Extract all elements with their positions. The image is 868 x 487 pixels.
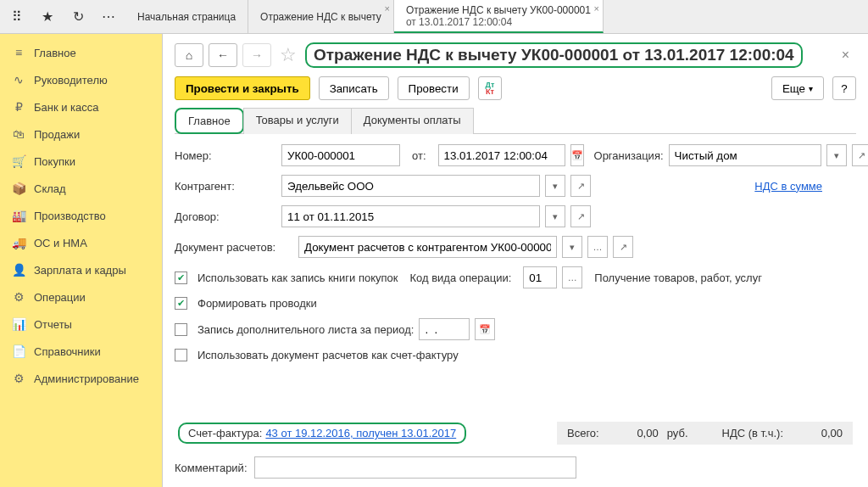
vat-mode-link[interactable]: НДС в сумме: [754, 180, 822, 193]
top-bar: ⠿ ★ ↻ ⋯ Начальная страница Отражение НДС…: [0, 0, 868, 34]
bag-icon: 🛍: [12, 127, 25, 141]
close-button[interactable]: ×: [835, 44, 856, 66]
vat-value: 0,00: [792, 427, 843, 439]
sidebar-label: Справочники: [34, 345, 101, 358]
sidebar-item-main[interactable]: ≡Главное: [0, 39, 162, 66]
tab-label: Начальная страница: [137, 11, 236, 23]
org-label: Организация:: [594, 149, 664, 162]
dtkt-button[interactable]: ДтКт: [478, 76, 503, 100]
close-icon[interactable]: ×: [384, 3, 389, 14]
sidebar-item-bank[interactable]: ₽Банк и касса: [0, 93, 162, 120]
more-icon[interactable]: ⋯: [98, 7, 119, 27]
period-input[interactable]: [419, 318, 470, 340]
make-entries-checkbox[interactable]: [175, 297, 187, 310]
help-button[interactable]: ?: [832, 76, 856, 100]
comment-input[interactable]: [254, 456, 576, 479]
contract-input[interactable]: [281, 205, 540, 227]
sidebar-item-production[interactable]: 🏭Производство: [0, 202, 162, 229]
chart-icon: ∿: [12, 73, 25, 87]
totals-panel: Всего: 0,00 руб. НДС (в т.ч.): 0,00: [557, 422, 853, 445]
number-label: Номер:: [175, 149, 276, 162]
sidebar-item-admin[interactable]: ⚙Администрирование: [0, 365, 162, 392]
sidebar-item-operations[interactable]: ⚙Операции: [0, 283, 162, 311]
invoice-link[interactable]: 43 от 19.12.2016, получен 13.01.2017: [265, 427, 456, 439]
sidebar-item-refs[interactable]: 📄Справочники: [0, 338, 162, 365]
party-input[interactable]: [281, 175, 540, 197]
tab-label: Отражение НДС к вычету УК00-000001: [406, 4, 591, 16]
star-icon[interactable]: ★: [37, 7, 58, 27]
more-button[interactable]: Еще: [771, 76, 824, 100]
factory-icon: 🏭: [12, 209, 25, 222]
calendar-icon[interactable]: 📅: [570, 144, 584, 166]
invoice-row: Счет-фактура: 43 от 19.12.2016, получен …: [175, 417, 856, 450]
apps-icon[interactable]: ⠿: [7, 7, 27, 27]
tab-payments[interactable]: Документы оплаты: [351, 108, 474, 134]
sidebar-label: Руководителю: [34, 74, 108, 87]
open-icon[interactable]: ↗: [613, 236, 633, 258]
home-button[interactable]: ⌂: [175, 43, 203, 67]
doc-label: Документ расчетов:: [175, 241, 293, 254]
total-value: 0,00: [608, 427, 659, 439]
org-input[interactable]: [669, 144, 821, 166]
opcode-label: Код вида операции:: [409, 271, 511, 284]
close-icon[interactable]: ×: [594, 3, 599, 14]
content-area: ⌂ ← → ☆ Отражение НДС к вычету УК00-0000…: [163, 34, 868, 487]
vat-label: НДС (в т.ч.):: [722, 427, 784, 439]
doc-icon: 📄: [12, 344, 25, 358]
ellipsis-icon[interactable]: …: [587, 236, 608, 258]
sidebar-item-hr[interactable]: 👤Зарплата и кадры: [0, 256, 162, 283]
open-icon[interactable]: ↗: [852, 144, 868, 166]
sidebar-item-assets[interactable]: 🚚ОС и НМА: [0, 229, 162, 256]
top-icons: ⠿ ★ ↻ ⋯: [0, 0, 125, 33]
ellipsis-icon[interactable]: …: [562, 266, 582, 288]
forward-button[interactable]: →: [242, 43, 271, 67]
sidebar-item-reports[interactable]: 📊Отчеты: [0, 311, 162, 338]
comment-label: Комментарий:: [175, 462, 248, 474]
calendar-icon[interactable]: 📅: [475, 318, 495, 340]
from-label: от:: [412, 149, 426, 162]
use-as-invoice-checkbox[interactable]: [175, 349, 187, 361]
opcode-desc: Получение товаров, работ, услуг: [594, 271, 762, 284]
dropdown-icon[interactable]: ▾: [826, 144, 847, 166]
dropdown-icon[interactable]: ▾: [545, 205, 565, 227]
tab-vat-list[interactable]: Отражение НДС к вычету ×: [248, 0, 394, 33]
use-book-checkbox[interactable]: [175, 271, 187, 284]
sidebar-item-purchases[interactable]: 🛒Покупки: [0, 148, 162, 175]
addsheet-checkbox[interactable]: [175, 323, 187, 336]
sidebar: ≡Главное ∿Руководителю ₽Банк и касса 🛍Пр…: [0, 34, 163, 487]
opcode-input[interactable]: [523, 266, 557, 288]
chart-bar-icon: 📊: [12, 317, 25, 331]
post-button[interactable]: Провести: [398, 76, 470, 100]
box-icon: 📦: [12, 182, 25, 195]
invoice-label: Счет-фактура:: [188, 427, 262, 439]
truck-icon: 🚚: [12, 236, 25, 249]
use-as-invoice-label: Использовать документ расчетов как счет-…: [198, 349, 459, 361]
sidebar-label: Продажи: [34, 128, 80, 141]
sidebar-item-warehouse[interactable]: 📦Склад: [0, 175, 162, 202]
tab-goods[interactable]: Товары и услуги: [243, 108, 352, 134]
dropdown-icon[interactable]: ▾: [562, 236, 582, 258]
sidebar-item-sales[interactable]: 🛍Продажи: [0, 120, 162, 148]
date-input[interactable]: [438, 144, 565, 166]
number-input[interactable]: [281, 144, 400, 166]
tab-main[interactable]: Главное: [175, 108, 244, 134]
tab-vat-doc[interactable]: Отражение НДС к вычету УК00-000001 от 13…: [394, 0, 604, 33]
back-button[interactable]: ←: [209, 43, 237, 67]
tab-start[interactable]: Начальная страница: [125, 0, 248, 33]
cart-icon: 🛒: [12, 154, 25, 168]
save-button[interactable]: Записать: [319, 76, 389, 100]
sidebar-label: Зарплата и кадры: [34, 264, 126, 277]
dropdown-icon[interactable]: ▾: [545, 175, 565, 197]
toolbar: Провести и закрыть Записать Провести ДтК…: [175, 76, 856, 100]
favorite-icon[interactable]: ☆: [280, 44, 297, 66]
sidebar-item-manager[interactable]: ∿Руководителю: [0, 66, 162, 93]
post-close-button[interactable]: Провести и закрыть: [175, 76, 310, 100]
page-header: ⌂ ← → ☆ Отражение НДС к вычету УК00-0000…: [175, 42, 856, 68]
open-icon[interactable]: ↗: [570, 175, 591, 197]
doc-tabs: Главное Товары и услуги Документы оплаты: [175, 107, 856, 134]
open-icon[interactable]: ↗: [570, 205, 591, 227]
history-icon[interactable]: ↻: [68, 7, 88, 27]
sidebar-label: Покупки: [34, 155, 75, 168]
doc-input[interactable]: [298, 236, 557, 258]
sidebar-label: Банк и касса: [34, 101, 99, 114]
